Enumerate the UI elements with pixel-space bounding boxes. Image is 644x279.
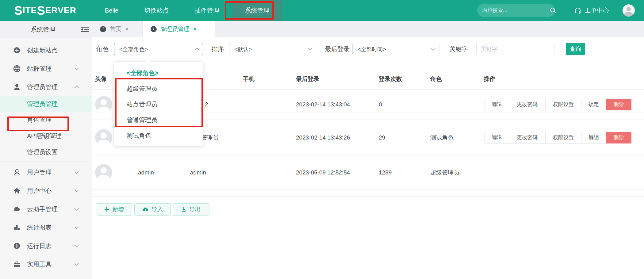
lock-button[interactable]: 锁定 bbox=[581, 99, 606, 110]
export-button[interactable]: 导出 bbox=[173, 203, 209, 216]
sidebar-subitem-api-key-management[interactable]: API密钥管理 bbox=[0, 128, 92, 144]
cell-login-count: 0 bbox=[379, 101, 382, 108]
search-icon[interactable] bbox=[550, 7, 550, 13]
sidebar-divider bbox=[0, 275, 92, 275]
sidebar-item-label: 管理员管理 bbox=[27, 83, 58, 91]
cell-role: 超级管理员 bbox=[430, 169, 459, 177]
add-button[interactable]: 新增 bbox=[96, 203, 132, 216]
cell-username-link[interactable]: admin bbox=[138, 169, 154, 176]
ticket-center-label: 工单中心 bbox=[585, 6, 609, 15]
unlock-button[interactable]: 解锁 bbox=[581, 132, 606, 143]
permission-settings-button[interactable]: 权限设置 bbox=[546, 132, 581, 143]
sidebar-item-site-group[interactable]: 站群管理 bbox=[0, 59, 92, 78]
chevron-down-icon bbox=[75, 206, 79, 211]
cell-last-login: 2023-02-14 13:43:04 bbox=[296, 101, 350, 108]
cell-role: 测试角色 bbox=[430, 134, 454, 142]
keyword-input[interactable] bbox=[477, 44, 554, 55]
sidebar-item-label: 用户管理 bbox=[27, 168, 52, 177]
dropdown-option-site-admin[interactable]: 站点管理员 bbox=[114, 97, 203, 112]
close-icon[interactable]: × bbox=[193, 26, 197, 32]
chevron-down-icon bbox=[75, 188, 79, 192]
plus-circle-icon bbox=[13, 47, 20, 54]
avatar bbox=[95, 164, 112, 181]
cloud-upload-icon bbox=[142, 207, 148, 212]
info-circle-icon bbox=[13, 243, 20, 249]
role-filter-select[interactable]: <全部角色> bbox=[114, 43, 203, 55]
dropdown-option-test-role[interactable]: 测试角色 bbox=[114, 128, 203, 143]
keyword-input-wrap bbox=[476, 43, 554, 55]
last-login-filter-value: <全部时间> bbox=[358, 46, 386, 52]
cell-last-login: 2023-05-09 12:52:54 bbox=[296, 169, 350, 176]
nav-item-system-management[interactable]: 系统管理 bbox=[232, 0, 282, 21]
sidebar-item-label: 用户中心 bbox=[27, 187, 52, 195]
cell-name: admin bbox=[190, 169, 206, 176]
role-dropdown-panel: <全部角色> 超级管理员 站点管理员 普通管理员 测试角色 bbox=[114, 61, 203, 146]
siteserver-logo[interactable]: SITESERVER bbox=[14, 0, 76, 21]
sidebar-item-label: 创建新站点 bbox=[27, 46, 58, 55]
dropdown-option-normal-admin[interactable]: 普通管理员 bbox=[114, 112, 203, 128]
nav-item-belle[interactable]: Belle bbox=[92, 0, 131, 21]
siteserver-admin-window: SITESERVER Belle 切换站点 插件管理 系统管理 工单中心 系统管… bbox=[0, 0, 644, 279]
delete-button[interactable]: 删除 bbox=[606, 99, 631, 110]
sidebar-item-user-center[interactable]: 用户中心 bbox=[0, 182, 92, 200]
col-header-phone: 手机 bbox=[243, 75, 255, 83]
edit-button[interactable]: 编辑 bbox=[485, 132, 509, 143]
table-row: admin admin 2023-05-09 12:52:54 1289 超级管… bbox=[92, 155, 644, 190]
sidebar-divider bbox=[0, 162, 92, 162]
nav-item-plugin-management[interactable]: 插件管理 bbox=[182, 0, 232, 21]
section-divider bbox=[92, 196, 644, 197]
import-button-label: 导入 bbox=[151, 205, 163, 213]
sort-filter-select[interactable]: <默认> bbox=[229, 43, 316, 55]
sidebar-item-create-site[interactable]: 创建新站点 bbox=[0, 41, 92, 59]
cell-login-count: 1289 bbox=[379, 169, 392, 176]
sidebar-subitem-role-management[interactable]: 角色管理 bbox=[0, 112, 92, 128]
nav-item-switch-site[interactable]: 切换站点 bbox=[131, 0, 182, 21]
sidebar-subitem-admin-management[interactable]: 管理员管理 bbox=[0, 96, 92, 112]
dropdown-option-super-admin[interactable]: 超级管理员 bbox=[114, 81, 203, 97]
sidebar-item-label: 统计图表 bbox=[27, 224, 52, 232]
sidebar-item-label: 运行日志 bbox=[27, 242, 52, 250]
close-icon[interactable]: × bbox=[125, 26, 128, 32]
change-password-button[interactable]: 更改密码 bbox=[509, 132, 546, 143]
permission-settings-button[interactable]: 权限设置 bbox=[546, 99, 581, 110]
change-password-button[interactable]: 更改密码 bbox=[509, 99, 546, 110]
tab-label: 管理员管理 bbox=[160, 25, 190, 33]
import-button[interactable]: 导入 bbox=[134, 203, 171, 216]
chevron-down-icon bbox=[75, 225, 79, 229]
content-search-input[interactable] bbox=[482, 7, 550, 13]
info-icon: i bbox=[100, 26, 106, 32]
content-search-box bbox=[477, 4, 555, 17]
sidebar-item-admin-management[interactable]: 管理员管理 bbox=[0, 78, 92, 96]
sidebar-item-user-management[interactable]: 用户管理 bbox=[0, 163, 92, 182]
sidebar: 系统管理 创建新站点 站群管理 管理员管理 管理员管理 角色管理 API密钥管理… bbox=[0, 21, 92, 279]
tab-admin-management[interactable]: i 管理员管理 × bbox=[143, 21, 215, 37]
sidebar-item-label: 站群管理 bbox=[27, 65, 52, 73]
sidebar-item-label: 云助手管理 bbox=[27, 205, 58, 213]
ticket-center-link[interactable]: 工单中心 bbox=[574, 0, 609, 21]
user-outline-icon bbox=[13, 169, 20, 176]
sidebar-item-run-logs[interactable]: 运行日志 bbox=[0, 237, 92, 255]
role-filter-value: <全部角色> bbox=[119, 46, 148, 52]
edit-button[interactable]: 编辑 bbox=[485, 99, 509, 110]
sidebar-item-statistics[interactable]: 统计图表 bbox=[0, 218, 92, 237]
sidebar-item-cloud-assistant[interactable]: 云助手管理 bbox=[0, 200, 92, 218]
tab-label: 首页 bbox=[110, 25, 121, 33]
chevron-up-icon bbox=[75, 86, 79, 90]
col-header-role: 角色 bbox=[430, 75, 442, 83]
chevron-down-icon bbox=[75, 243, 79, 247]
query-button[interactable]: 查询 bbox=[566, 43, 585, 55]
top-navbar: SITESERVER Belle 切换站点 插件管理 系统管理 工单中心 bbox=[0, 0, 644, 21]
keyword-filter-label: 关键字 bbox=[450, 43, 468, 55]
role-dropdown-options: <全部角色> 超级管理员 站点管理员 普通管理员 测试角色 bbox=[114, 62, 203, 143]
delete-button[interactable]: 删除 bbox=[606, 132, 631, 143]
sidebar-item-utilities[interactable]: 实用工具 bbox=[0, 255, 92, 273]
sidebar-subitem-admin-settings[interactable]: 管理员设置 bbox=[0, 144, 92, 160]
dropdown-option-all-roles[interactable]: <全部角色> bbox=[114, 65, 203, 81]
sidebar-collapse-icon[interactable] bbox=[81, 27, 89, 32]
last-login-filter-select[interactable]: <全部时间> bbox=[352, 43, 439, 55]
user-avatar[interactable] bbox=[623, 4, 635, 17]
bar-chart-icon bbox=[13, 224, 20, 231]
tab-home[interactable]: i 首页 × bbox=[92, 21, 143, 37]
cell-last-login: 2023-02-14 13:43:26 bbox=[296, 134, 350, 141]
last-login-filter-label: 最后登录 bbox=[325, 43, 350, 55]
